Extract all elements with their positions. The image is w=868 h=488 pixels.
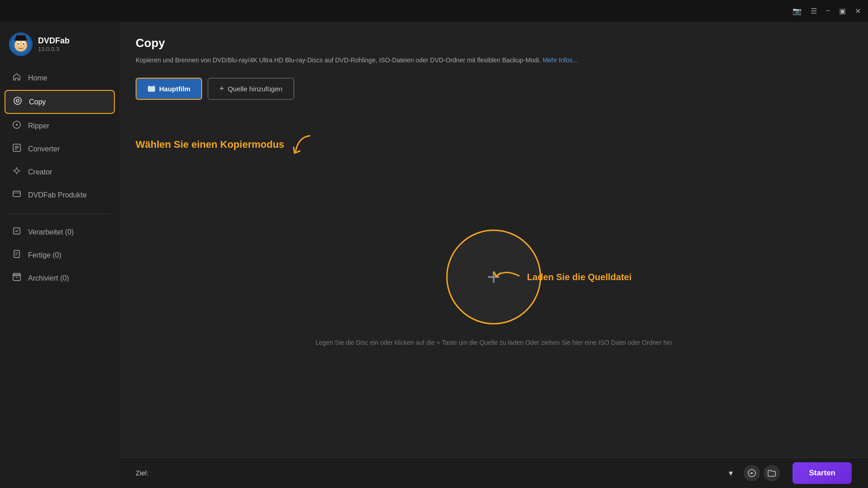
sidebar-nav: Home Copy Ripper	[0, 67, 119, 206]
arrow-down-icon	[283, 127, 319, 165]
app-logo: DVDFab 13.0.0.3	[0, 29, 119, 67]
sidebar-item-home-label: Home	[28, 74, 47, 82]
maximize-icon[interactable]: ▣	[839, 7, 846, 15]
menu-icon[interactable]: ☰	[811, 7, 817, 15]
sidebar-item-dvdfab-produkte[interactable]: DVDFab Produkte	[5, 184, 115, 206]
sidebar-item-copy[interactable]: Copy	[5, 90, 115, 114]
svg-point-10	[16, 99, 19, 102]
archiviert-icon	[12, 272, 22, 284]
dvdfab-produkte-icon	[12, 189, 22, 201]
logo-icon	[9, 33, 33, 56]
svg-text:ISO: ISO	[750, 472, 753, 474]
svg-rect-33	[149, 85, 150, 87]
converter-icon	[12, 143, 22, 155]
logo-face	[9, 33, 33, 56]
svg-point-2	[14, 39, 27, 52]
iso-button[interactable]: ISO	[744, 465, 760, 481]
sidebar-item-creator[interactable]: Creator	[5, 161, 115, 183]
close-icon[interactable]: ✕	[855, 7, 861, 15]
quelldatei-hint: Laden Sie die Quelldatei	[492, 267, 632, 287]
ripper-icon	[12, 120, 22, 131]
logo-text: DVDFab 13.0.0.3	[38, 36, 70, 52]
sidebar-item-home[interactable]: Home	[5, 67, 115, 89]
sidebar-item-ripper-label: Ripper	[28, 122, 49, 130]
logo-name: DVDFab	[38, 36, 70, 46]
svg-point-17	[15, 169, 19, 173]
folder-button[interactable]	[764, 465, 780, 481]
sidebar-divider	[9, 213, 110, 214]
verarbeitet-icon	[12, 226, 22, 238]
kopiermodus-hint: Wählen Sie einen Kopiermodus	[136, 127, 312, 162]
hauptfilm-button[interactable]: Hauptfilm	[136, 78, 202, 100]
svg-point-5	[18, 43, 19, 45]
drop-circle-container: + Laden Sie die Quelldatei	[446, 230, 541, 324]
drop-instruction: Legen Sie die Disc ein oder klicken auf …	[316, 339, 672, 346]
ziel-input[interactable]	[156, 469, 718, 477]
sidebar-bottom-nav: Verarbeitet (0) Fertige (0)	[0, 221, 119, 289]
sidebar-item-dvdfab-produkte-label: DVDFab Produkte	[28, 191, 87, 199]
content-area: Copy Kopieren und Brennen von DVD/Blu-ra…	[119, 22, 868, 457]
drop-zone-area: Wählen Sie einen Kopiermodus +	[136, 118, 852, 457]
svg-rect-8	[16, 35, 26, 41]
creator-icon	[12, 166, 22, 178]
starten-button[interactable]: Starten	[793, 462, 852, 484]
quelldatei-text: Laden Sie die Quelldatei	[527, 272, 632, 282]
fertige-icon	[12, 249, 22, 261]
quelle-label: Quelle hinzufügen	[228, 85, 283, 93]
ziel-dropdown-button[interactable]: ▾	[725, 466, 736, 480]
sidebar-item-verarbeitet-label: Verarbeitet (0)	[28, 228, 74, 236]
kopiermodus-text: Wählen Sie einen Kopiermodus	[136, 139, 284, 150]
svg-point-9	[14, 97, 21, 104]
page-description: Kopieren und Brennen von DVD/Blu-ray/4K …	[136, 56, 852, 65]
description-text: Kopieren und Brennen von DVD/Blu-ray/4K …	[136, 56, 541, 64]
plus-label: +	[219, 84, 224, 94]
sidebar-item-fertige[interactable]: Fertige (0)	[5, 244, 115, 266]
svg-point-6	[23, 43, 24, 45]
sidebar-item-converter-label: Converter	[28, 145, 60, 153]
bottom-icons: ISO	[744, 465, 780, 481]
home-icon	[12, 72, 22, 84]
main-content: Copy Kopieren und Brennen von DVD/Blu-ra…	[119, 22, 868, 488]
ziel-label: Ziel:	[136, 469, 148, 477]
bottom-bar: Ziel: ▾ ISO Starten	[119, 457, 868, 488]
sidebar-item-archiviert-label: Archiviert (0)	[28, 274, 69, 282]
sidebar: DVDFab 13.0.0.3 Home	[0, 22, 119, 488]
hauptfilm-icon	[147, 85, 156, 93]
app-body: DVDFab 13.0.0.3 Home	[0, 22, 868, 488]
snapshot-icon[interactable]: 📷	[793, 7, 802, 15]
sidebar-item-converter[interactable]: Converter	[5, 138, 115, 160]
mode-buttons: Hauptfilm + Quelle hinzufügen	[136, 78, 852, 100]
sidebar-item-fertige-label: Fertige (0)	[28, 251, 61, 259]
copy-icon	[13, 96, 23, 108]
logo-version: 13.0.0.3	[38, 46, 70, 52]
hauptfilm-label: Hauptfilm	[159, 85, 190, 93]
svg-rect-34	[153, 85, 154, 87]
sidebar-item-archiviert[interactable]: Archiviert (0)	[5, 267, 115, 289]
more-info-link[interactable]: Mehr Infos...	[542, 56, 578, 64]
page-title: Copy	[136, 36, 852, 50]
minimize-icon[interactable]: −	[826, 7, 830, 15]
sidebar-item-verarbeitet[interactable]: Verarbeitet (0)	[5, 221, 115, 243]
svg-rect-22	[13, 191, 20, 197]
sidebar-item-copy-label: Copy	[29, 98, 46, 106]
sidebar-item-creator-label: Creator	[28, 168, 52, 176]
sidebar-item-ripper[interactable]: Ripper	[5, 115, 115, 137]
svg-point-12	[16, 124, 18, 126]
arrow-left-icon	[492, 267, 524, 287]
quelle-button[interactable]: + Quelle hinzufügen	[208, 78, 294, 100]
titlebar: 📷 ☰ − ▣ ✕	[0, 0, 868, 22]
